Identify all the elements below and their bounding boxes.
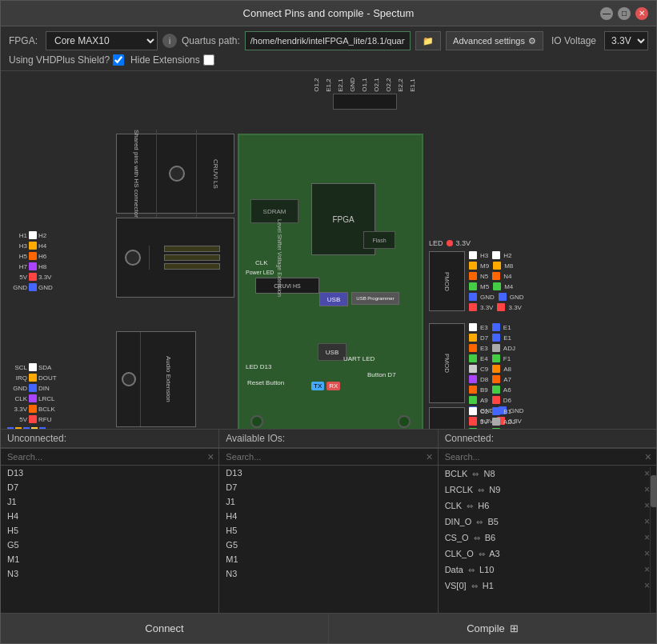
list-item[interactable]: D7 [219,480,437,494]
list-item[interactable]: D13 [1,466,218,480]
connected-item[interactable]: CLK ⇔ H6 × [439,498,656,514]
list-item[interactable]: H4 [219,509,437,523]
list-item[interactable]: G5 [219,538,437,552]
available-ios-title-area: Available IOs: [219,430,438,447]
pmod3-c2: C2 B1 [469,407,524,415]
list-item[interactable]: D7 [1,480,218,494]
list-item[interactable]: J1 [1,494,218,509]
available-ios-search-clear[interactable]: × [426,450,432,463]
connected-item[interactable]: LRCLK ⇔ N9 × [439,482,656,498]
fpga-select[interactable]: Core MAX10 [46,31,158,50]
unconnected-section: × D13 D7 J1 H4 H5 G5 M1 N3 [1,448,219,613]
title-bar: Connect Pins and compile - Spectum — □ ✕ [1,1,656,26]
pmod3-d1: D1 C1 [469,428,524,429]
pmod1-connector: PMOD [429,251,465,311]
connected-title-area: Connected: [439,430,656,447]
maximize-button[interactable]: □ [618,7,631,20]
connected-item-remove[interactable]: × [644,500,650,511]
cruvi-ls-bottom: Level Shifter Voltage Extension [116,218,234,298]
level-shifter-label: Level Shifter Voltage Extension [277,219,282,297]
list-item[interactable]: D13 [219,466,437,480]
audio-extension: Audio Extension [116,331,196,427]
led-33v-dot [447,240,453,246]
connected-item[interactable]: DIN_O ⇔ B5 × [439,514,656,530]
hide-ext-checkbox[interactable] [203,54,214,66]
unconnected-title: Unconnected: [7,433,66,444]
connected-item[interactable]: CLK_O ⇔ A3 × [439,546,656,562]
unconnected-search-clear[interactable]: × [207,450,214,463]
color-bar-2 [15,427,22,429]
minimize-button[interactable]: — [600,7,613,20]
vhdplus-checkbox[interactable] [113,54,124,66]
list-item[interactable]: M1 [1,552,218,566]
connected-item-remove[interactable]: × [644,516,650,527]
connected-scrollbar[interactable] [650,467,656,613]
close-button[interactable]: ✕ [635,7,648,20]
main-content: O1,2 E1,2 E2,1 GND O1,1 O2,1 O2,2 E2,2 E… [1,71,656,613]
connected-item-remove[interactable]: × [644,484,650,495]
available-ios-search-input[interactable] [219,448,437,465]
pin-gnd-1: GND GND [7,283,53,291]
tx-rx-area: TX RX [311,382,340,390]
shared-pins-label: Shared pins with HS connector [133,130,140,218]
flash-chip: Flash [363,231,395,249]
connected-search-clear[interactable]: × [645,450,651,463]
connected-item-remove[interactable]: × [644,564,650,575]
advanced-settings-label: Advanced settings [453,36,525,46]
list-item[interactable]: H5 [219,523,437,538]
connected-item[interactable]: BCLK ⇔ N8 × [439,466,656,482]
pin-irq: IRQ DOUT [7,374,57,382]
info-icon[interactable]: i [162,34,177,48]
toolbar: FPGA: Core MAX10 i Quartus path: 📁 Advan… [1,26,656,71]
list-item[interactable]: G5 [1,538,218,552]
list-item[interactable]: N3 [1,566,218,581]
list-item[interactable]: N3 [219,566,437,581]
advanced-settings-button[interactable]: Advanced settings ⚙ [446,31,543,50]
compile-label: Compile [467,622,505,634]
left-pin-group-2: SCL SDA IRQ DOUT GND DIN [7,363,57,429]
browse-button[interactable]: 📁 [415,31,441,50]
rx-badge: RX [326,382,340,390]
audio-ext-label: Audio Extension [165,356,172,402]
connected-item-remove[interactable]: × [644,548,650,559]
pmod2-d8: D8 A7 [469,375,524,383]
pmod3-connector: PMOD [429,407,465,429]
reset-button-label: Reset Button [247,379,284,386]
unconnected-search-input[interactable] [1,448,218,465]
cruvi-ls-label: CRUVI LS [212,159,219,189]
io-voltage-select[interactable]: 3.3V 5V [604,31,648,50]
connected-item[interactable]: CS_O ⇔ B6 × [439,530,656,546]
list-item[interactable]: H5 [1,523,218,538]
level-shifter-bar1 [164,246,220,252]
unconnected-list: D13 D7 J1 H4 H5 G5 M1 N3 [1,466,218,613]
pmod2-e4: E4 F1 [469,354,524,362]
color-bar-4 [31,427,38,429]
quartus-path-input[interactable] [245,31,411,50]
connected-item-remove[interactable]: × [644,580,650,591]
connected-item[interactable]: VS[0] ⇔ H1 × [439,578,656,594]
compile-button[interactable]: Compile ⊞ [329,614,656,643]
grid-icon: ⊞ [510,622,519,634]
list-item[interactable]: H4 [1,509,218,523]
vhdplus-label: Using VHDPlus Shield? [9,54,110,66]
connected-scrollbar-thumb[interactable] [651,475,656,507]
gear-icon: ⚙ [528,36,536,46]
pin-h5-color [29,252,37,260]
fpga-label: FPGA [332,215,354,224]
bottom-bar: Connect Compile ⊞ [1,613,656,643]
quartus-path-label: Quartus path: [182,35,240,46]
usb-chip: USB [319,292,348,306]
top-pin-3: E2,1 [337,78,344,92]
connected-item[interactable]: Data ⇔ L10 × [439,562,656,578]
list-item[interactable]: J1 [219,494,437,509]
pmod1-gnd: GND GND [469,293,524,301]
connector-circle-2 [125,250,141,266]
connected-item-remove[interactable]: × [644,532,650,543]
color-bar-1 [7,427,14,429]
connect-button[interactable]: Connect [1,614,329,643]
list-item[interactable]: M1 [219,552,437,566]
cruvi-hs-chip: CRUVI HS [255,278,319,294]
connected-item-remove[interactable]: × [644,468,650,479]
connected-search-input[interactable] [439,448,656,465]
flash-label: Flash [372,238,386,243]
